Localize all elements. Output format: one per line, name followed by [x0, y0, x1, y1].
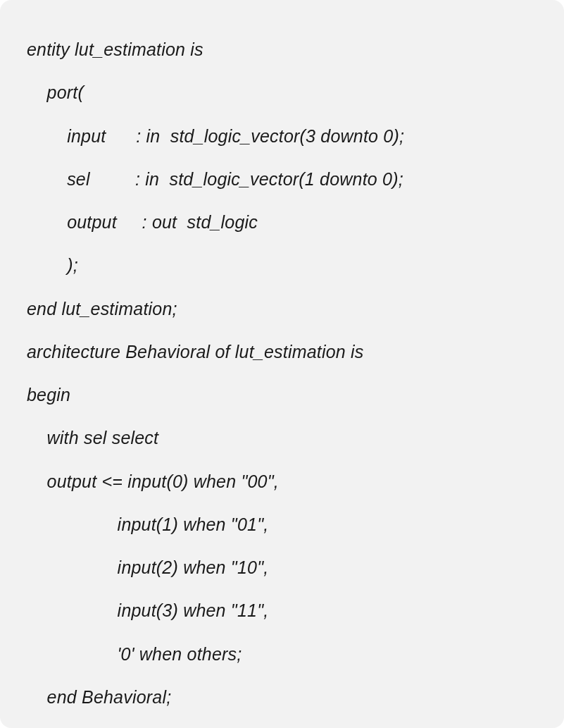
code-line: port(	[27, 71, 537, 114]
code-line: end Behavioral;	[27, 676, 537, 719]
code-line: input(2) when "10",	[27, 546, 537, 589]
code-line: input : in std_logic_vector(3 downto 0);	[27, 115, 537, 158]
code-line: end lut_estimation;	[27, 288, 537, 331]
code-line: sel : in std_logic_vector(1 downto 0);	[27, 158, 537, 201]
code-line: entity lut_estimation is	[27, 28, 537, 71]
code-line: architecture Behavioral of lut_estimatio…	[27, 331, 537, 374]
code-line: input(3) when "11",	[27, 589, 537, 632]
code-line: '0' when others;	[27, 633, 537, 676]
code-line: input(1) when "01",	[27, 503, 537, 546]
code-line: begin	[27, 374, 537, 417]
code-block: entity lut_estimation is port( input : i…	[0, 0, 564, 728]
code-line: output <= input(0) when "00",	[27, 460, 537, 503]
code-line: with sel select	[27, 417, 537, 459]
code-line: output : out std_logic	[27, 201, 537, 244]
code-line: );	[27, 244, 537, 287]
